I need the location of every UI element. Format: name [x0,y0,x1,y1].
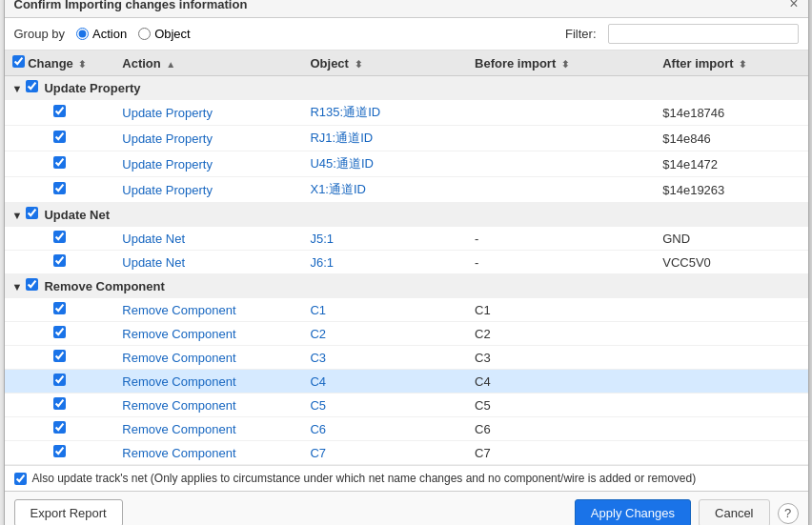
dialog-toolbar: Group by Action Object Filter: [5,18,808,50]
col-header-change: Change ⬍ [5,50,115,76]
row-checkbox[interactable] [53,254,66,267]
row-object: C1 [302,298,467,322]
radio-object-option[interactable]: Object [138,27,191,41]
row-after: $14e1472 [655,151,807,177]
dialog-title-bar: Confirm Importing changes information × [5,0,808,18]
row-checkbox[interactable] [53,374,66,386]
table-row: Update NetJ5:1-GND [5,227,808,251]
table-row: Remove ComponentC2C2 [5,322,808,346]
row-action: Remove Component [114,298,302,322]
row-checkbox-cell [5,441,115,465]
row-checkbox[interactable] [53,231,66,243]
close-button[interactable]: × [789,0,798,11]
table-header: Change ⬍ Action ▲ Object ⬍ Before import… [5,50,808,76]
table-row: Remove ComponentC7C7 [5,441,808,465]
row-object: J6:1 [302,251,467,274]
row-action: Remove Component [114,322,302,346]
row-object: RJ1:通道ID [302,126,467,151]
row-before: C2 [467,322,655,346]
table-row: Remove ComponentC4C4 [5,370,808,394]
row-checkbox[interactable] [53,182,66,194]
row-checkbox[interactable] [53,302,66,314]
radio-object-input[interactable] [138,28,151,40]
row-checkbox-cell [5,251,115,274]
group-cell: ▼Update Property [5,76,808,100]
export-button[interactable]: Export Report [14,499,123,525]
row-after [655,298,807,322]
row-checkbox[interactable] [53,156,66,169]
row-before [467,177,655,203]
row-action: Remove Component [114,417,302,441]
row-object: J5:1 [302,227,467,251]
col-change-label: Change ⬍ [28,56,86,71]
row-action: Update Property [114,100,302,126]
filter-input[interactable] [608,24,799,44]
help-icon-label: ? [784,506,791,520]
group-by-label: Group by [14,27,65,41]
row-checkbox-cell [5,394,115,417]
table-row: Update PropertyRJ1:通道ID$14e846 [5,126,808,151]
table-row: Update PropertyU45:通道ID$14e1472 [5,151,808,177]
group-cell: ▼Update Net [5,203,808,227]
row-after: GND [655,227,807,251]
notice-checkbox[interactable] [14,473,27,485]
group-label: Update Property [44,81,140,95]
row-checkbox[interactable] [53,421,66,434]
row-after: $14e846 [655,126,807,151]
col-header-after: After import ⬍ [655,50,807,76]
row-before: - [467,227,655,251]
row-before: C3 [467,346,655,370]
group-toggle[interactable]: ▼ [12,83,23,94]
row-checkbox-cell [5,177,115,203]
row-action: Update Net [114,227,302,251]
row-after: VCC5V0 [655,251,807,274]
row-after [655,417,807,441]
col-object-label: Object ⬍ [310,56,361,71]
col-after-label: After import ⬍ [662,56,746,71]
group-toggle[interactable]: ▼ [12,210,23,221]
row-before: C5 [467,394,655,417]
row-after [655,346,807,370]
apply-button[interactable]: Apply Changes [575,499,691,525]
group-checkbox[interactable] [26,207,38,219]
row-checkbox-cell [5,126,115,151]
group-label: Remove Component [44,279,164,293]
row-checkbox[interactable] [53,397,66,410]
row-checkbox[interactable] [53,445,66,457]
row-before: - [467,251,655,274]
help-button[interactable]: ? [778,503,799,524]
row-after: $14e18746 [655,100,807,126]
row-action: Remove Component [114,346,302,370]
col-header-object: Object ⬍ [302,50,467,76]
row-checkbox[interactable] [53,350,66,362]
group-label: Update Net [44,208,110,222]
row-checkbox[interactable] [53,326,66,338]
table-row: Update PropertyR135:通道ID$14e18746 [5,100,808,126]
group-row: ▼Remove Component [5,274,808,298]
row-before [467,100,655,126]
table-row: Remove ComponentC6C6 [5,417,808,441]
row-object: X1:通道ID [302,177,467,203]
row-object: U45:通道ID [302,151,467,177]
table-row: Remove ComponentC3C3 [5,346,808,370]
select-all-checkbox[interactable] [12,55,25,68]
row-action: Remove Component [114,394,302,417]
table-row: Remove ComponentC5C5 [5,394,808,417]
radio-action-option[interactable]: Action [76,27,127,41]
radio-action-input[interactable] [76,28,89,40]
row-object: C6 [302,417,467,441]
col-action-label: Action ▲ [122,56,175,71]
row-checkbox[interactable] [53,105,66,117]
row-action: Remove Component [114,441,302,465]
group-checkbox[interactable] [26,80,38,92]
row-object: C3 [302,346,467,370]
cancel-button[interactable]: Cancel [699,499,769,525]
footer-right: Apply Changes Cancel ? [575,499,799,525]
table-body: ▼Update PropertyUpdate PropertyR135:通道ID… [5,76,808,465]
row-action: Update Net [114,251,302,274]
row-checkbox[interactable] [53,131,66,143]
group-toggle[interactable]: ▼ [12,281,23,293]
group-checkbox[interactable] [26,278,38,291]
row-checkbox-cell [5,151,115,177]
row-before: C4 [467,370,655,394]
